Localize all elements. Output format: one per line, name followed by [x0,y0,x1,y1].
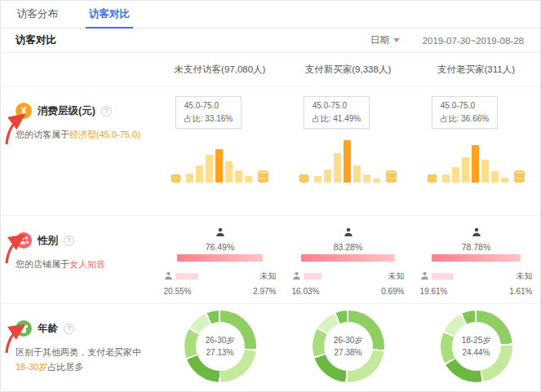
unknown-label: 未知 [260,271,277,282]
female-bar [301,254,395,262]
coin-stack-low-icon [171,174,181,183]
male-icon [420,269,429,284]
coin-stack-high-icon [513,170,525,183]
age-row-label: 年龄 ? 区别于其他两类，支付老买家中18-30岁占比居多 [1,304,156,392]
unknown-label: 未知 [517,271,533,282]
unknown-percent: 2.97% [253,287,276,296]
date-filter-label: 日期 [370,34,389,46]
male-percent: 16.03% [292,287,320,296]
help-icon[interactable]: ? [64,324,74,334]
gender-chart-unpaid[interactable]: 76.49% 未知 20.55% 2.97% [156,216,284,303]
gender-row-label: 性别 ? 您的店铺属于女人知音 [1,216,156,303]
male-bar [175,273,198,280]
female-bar [432,254,521,262]
female-icon [472,226,481,240]
date-filter-dropdown[interactable]: 日期 [370,34,400,46]
help-icon[interactable]: ? [101,106,112,117]
age-donut: 26-30岁 27.13% [184,311,256,382]
unknown-percent: 0.69% [381,287,404,296]
consumption-bars [442,145,508,183]
female-percent: 83.28% [334,242,363,252]
consumption-chart-old-buyers[interactable]: 45.0-75.0 占比: 36.66% [412,86,540,215]
page-title: 访客对比 [16,33,56,47]
age-shirt-icon [16,320,32,337]
date-filter-area: 日期 2019-07-30~2019-08-28 [370,34,524,46]
female-icon [215,226,225,240]
range-tooltip: 45.0-75.0 占比: 33.16% [175,96,242,129]
age-chart-old-buyers[interactable]: 18-25岁 24.44% [412,304,540,392]
coin-stack-low-icon [299,174,309,183]
male-percent: 19.61% [420,287,448,296]
male-bar [304,273,321,280]
female-percent: 78.78% [462,242,491,252]
consumption-row-label: ¥ 消费层级(元) ? 您的访客属于经济型(45.0-75.0) [1,86,156,215]
unknown-percent: 1.61% [509,287,532,296]
age-chart-unpaid[interactable]: 26-30岁 27.13% [156,304,284,392]
female-icon [344,226,353,240]
tab-bar: 访客分布 访客对比 [1,1,540,29]
male-icon [292,269,301,284]
help-icon[interactable]: ? [64,236,74,246]
gender-chart-new-buyers[interactable]: 83.28% 未知 16.03% 0.69% [284,216,412,303]
male-percent: 20.55% [164,287,192,296]
age-donut: 26-30岁 27.38% [313,311,384,382]
age-desc: 区别于其他两类，支付老买家中18-30岁占比居多 [16,345,143,374]
consumption-desc: 您的访客属于经济型(45.0-75.0) [16,127,143,142]
column-header-new-buyers: 支付新买家(9,338人) [284,64,412,76]
female-bar [177,254,264,262]
consumption-title: 消费层级(元) [38,104,95,118]
range-tooltip: 45.0-75.0 占比: 41.49% [304,96,370,129]
section-consumption-level: ¥ 消费层级(元) ? 您的访客属于经济型(45.0-75.0) 45.0-75… [1,86,540,215]
age-donut: 18-25岁 24.44% [441,311,512,382]
gender-title: 性别 [38,234,58,248]
consumption-chart-unpaid[interactable]: 45.0-75.0 占比: 33.16% [156,86,284,215]
tab-visitor-distribution[interactable]: 访客分布 [17,1,58,28]
consumption-chart-new-buyers[interactable]: 45.0-75.0 占比: 41.49% [284,86,412,215]
female-percent: 76.49% [206,242,235,252]
range-tooltip: 45.0-75.0 占比: 36.66% [432,96,498,129]
male-bar [432,273,454,280]
column-header-old-buyers: 支付老买家(311人) [412,64,540,76]
column-header-row: 未支付访客(97,080人) 支付新买家(9,338人) 支付老买家(311人) [1,53,540,86]
age-chart-new-buyers[interactable]: 26-30岁 27.38% [284,304,412,392]
donut-center-label: 26-30岁 27.13% [196,322,245,371]
age-desc-highlight: 18-30岁 [16,362,47,372]
donut-center-label: 26-30岁 27.38% [324,322,373,371]
tab-visitor-compare[interactable]: 访客对比 [89,1,130,28]
coin-stack-low-icon [427,174,437,183]
age-title: 年龄 [38,322,58,336]
consumption-bars [314,140,380,183]
date-range-value[interactable]: 2019-07-30~2019-08-28 [423,36,524,46]
gender-chart-old-buyers[interactable]: 78.78% 未知 19.61% 1.61% [412,216,540,303]
column-header-unpaid-visitors: 未支付访客(97,080人) [156,64,284,76]
coin-stack-high-icon [257,170,269,183]
gender-desc-highlight: 女人知音 [69,259,105,269]
coin-stack-high-icon [385,170,397,183]
consumption-yen-icon: ¥ [16,103,32,119]
chevron-down-icon [393,38,400,42]
section-gender: 性别 ? 您的店铺属于女人知音 76.49% 未知 20.55% 2.97% [1,215,540,303]
donut-center-label: 18-25岁 24.44% [452,322,501,371]
male-icon [164,269,173,284]
consumption-desc-highlight: 经济型(45.0-75.0) [69,130,140,139]
unknown-label: 未知 [388,271,405,282]
gender-desc: 您的店铺属于女人知音 [16,257,143,271]
gender-people-icon [16,232,32,249]
section-age: 年龄 ? 区别于其他两类，支付老买家中18-30岁占比居多 26-30岁 27.… [1,303,540,392]
consumption-bars [186,149,252,183]
panel-header: 访客对比 日期 2019-07-30~2019-08-28 [1,29,540,53]
visitor-compare-page: 访客分布 访客对比 访客对比 日期 2019-07-30~2019-08-28 … [0,0,541,392]
